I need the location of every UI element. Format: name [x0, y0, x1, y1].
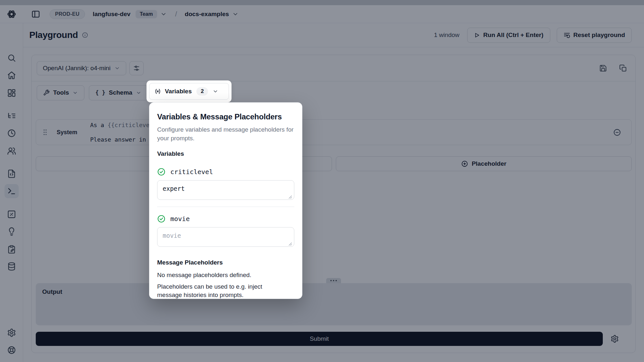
variables-popover: Variables & Message Placeholders Configu…: [149, 102, 302, 299]
placeholders-empty-text: No message placeholders defined.: [157, 272, 294, 279]
placeholders-help-text: Placeholders can be used to e.g. inject …: [157, 283, 286, 299]
variables-heading: Variables: [157, 150, 294, 157]
variable-input-wrap: expert: [157, 180, 294, 201]
variables-count-badge: 2: [196, 87, 208, 96]
check-circle-icon: [157, 215, 166, 223]
chevron-down-icon: [213, 88, 218, 94]
playground-page: PROD-EU langfuse-dev Team / docs-example…: [0, 0, 644, 362]
variable-row: criticlevel: [157, 168, 294, 176]
variables-trigger-wrap: Variables 2: [147, 80, 232, 102]
variable-value-input[interactable]: expert: [157, 180, 294, 200]
variable-input-wrap: [157, 227, 294, 248]
popover-description: Configure variables and message placehol…: [157, 125, 294, 143]
variable-name: movie: [170, 215, 190, 223]
popover-title: Variables & Message Placeholders: [157, 112, 294, 121]
resize-grip-icon[interactable]: [288, 195, 292, 199]
variable-icon: [154, 88, 161, 95]
variables-dropdown-button[interactable]: Variables 2: [149, 83, 229, 100]
popover-backdrop[interactable]: [0, 0, 644, 362]
variable-row: movie: [157, 215, 294, 223]
variable-name: criticlevel: [170, 168, 213, 176]
divider: [157, 207, 294, 207]
resize-grip-icon[interactable]: [288, 242, 292, 246]
variable-value-input[interactable]: [157, 227, 294, 247]
check-circle-icon: [157, 168, 166, 176]
placeholders-heading: Message Placeholders: [157, 259, 294, 266]
